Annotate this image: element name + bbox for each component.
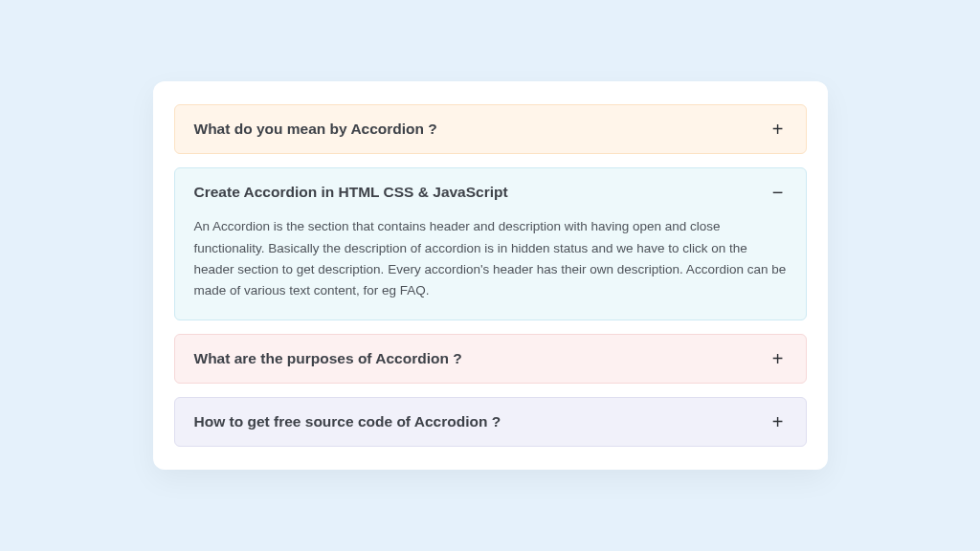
accordion-body: An Accordion is the section that contain…: [175, 216, 806, 319]
accordion-item: Create Accordion in HTML CSS & JavaScrip…: [174, 167, 807, 320]
accordion-header[interactable]: What do you mean by Accordion ? +: [175, 105, 806, 153]
accordion-item: What do you mean by Accordion ? +: [174, 104, 807, 154]
accordion-title: What do you mean by Accordion ?: [194, 121, 437, 138]
plus-icon: +: [769, 120, 787, 139]
accordion-item: What are the purposes of Accordion ? +: [174, 334, 807, 384]
plus-icon: +: [769, 349, 787, 368]
accordion-header[interactable]: What are the purposes of Accordion ? +: [175, 335, 806, 383]
accordion-title: How to get free source code of Accrodion…: [194, 413, 501, 430]
plus-icon: +: [769, 412, 787, 431]
minus-icon: −: [769, 183, 787, 202]
accordion-item: How to get free source code of Accrodion…: [174, 397, 807, 447]
accordion-header[interactable]: Create Accordion in HTML CSS & JavaScrip…: [175, 168, 806, 216]
accordion-card: What do you mean by Accordion ? + Create…: [153, 81, 828, 469]
accordion-title: Create Accordion in HTML CSS & JavaScrip…: [194, 184, 508, 201]
accordion-title: What are the purposes of Accordion ?: [194, 350, 462, 367]
accordion-header[interactable]: How to get free source code of Accrodion…: [175, 398, 806, 446]
